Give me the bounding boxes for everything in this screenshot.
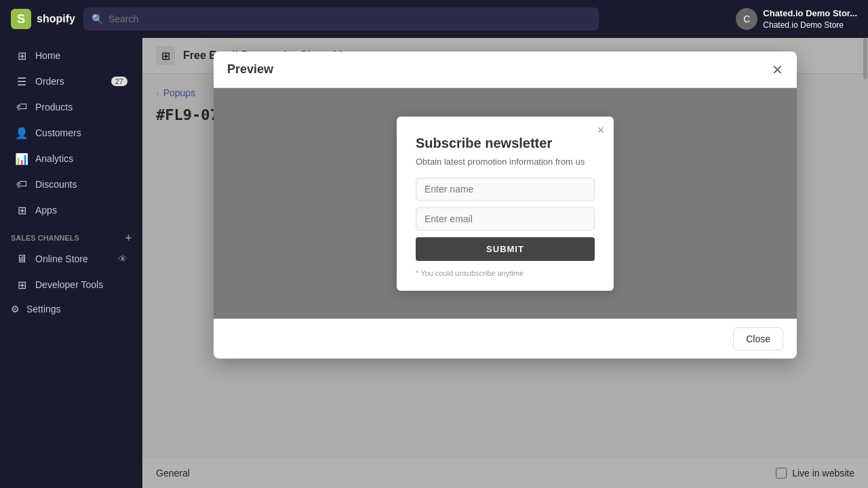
shopify-logo: S shopify [11, 9, 75, 29]
sidebar-item-analytics[interactable]: 📊 Analytics [4, 146, 138, 171]
sidebar-label-apps: Apps [35, 205, 57, 216]
store-sub: Chated.io Demo Store [763, 20, 857, 31]
sidebar-label-products: Products [35, 102, 73, 113]
modal-header: Preview ✕ [214, 74, 797, 88]
orders-icon: ☰ [15, 75, 28, 88]
sidebar-item-products[interactable]: 🏷 Products [4, 95, 138, 119]
sidebar-item-apps[interactable]: ⊞ Apps [4, 198, 138, 222]
orders-badge: 27 [111, 77, 127, 86]
modal-body: × Subscribe newsletter Obtain latest pro… [214, 88, 797, 319]
modal-footer-close-button[interactable]: Close [733, 327, 783, 350]
sidebar-label-discounts: Discounts [35, 179, 77, 190]
main-content: ⊞ Free Email Popups by Chated.io ‹ Popup… [142, 38, 868, 488]
sidebar-label-online-store: Online Store [35, 253, 88, 264]
sidebar-label-customers: Customers [35, 127, 81, 138]
popup-email-input[interactable] [416, 207, 595, 230]
home-icon: ⊞ [15, 49, 28, 62]
settings-icon: ⚙ [11, 304, 20, 314]
preview-area: × Subscribe newsletter Obtain latest pro… [214, 88, 797, 319]
preview-modal: Preview ✕ × Subscribe newsletter Obtain … [214, 74, 797, 359]
discounts-icon: 🏷 [15, 178, 28, 191]
shopify-wordmark: shopify [37, 13, 75, 25]
sidebar-label-orders: Orders [35, 76, 64, 87]
developer-tools-icon: ⊞ [15, 278, 28, 291]
popup-card: × Subscribe newsletter Obtain latest pro… [397, 117, 614, 291]
popup-unsubscribe-text: * You could unsubscribe anytime [416, 269, 595, 277]
sidebar-item-discounts[interactable]: 🏷 Discounts [4, 172, 138, 197]
sales-channels-header: SALES CHANNELS + [0, 224, 142, 247]
customers-icon: 👤 [15, 126, 28, 140]
modal-title: Preview [227, 74, 273, 77]
analytics-icon: 📊 [15, 152, 28, 165]
sidebar-label-settings: Settings [26, 304, 61, 314]
popup-close-button[interactable]: × [597, 123, 604, 138]
store-name: Chated.io Demo Stor... [763, 7, 857, 20]
popup-subtitle: Obtain latest promotion information from… [416, 157, 595, 167]
popup-name-input[interactable] [416, 178, 595, 201]
sidebar-item-home[interactable]: ⊞ Home [4, 43, 138, 68]
sidebar: ⊞ Home ☰ Orders 27 🏷 Products 👤 Customer… [0, 38, 142, 488]
sidebar-item-settings[interactable]: ⚙ Settings [0, 298, 142, 320]
user-info: Chated.io Demo Stor... Chated.io Demo St… [763, 7, 857, 31]
modal-footer: Close [214, 319, 797, 359]
online-store-eye-icon: 👁 [118, 253, 127, 264]
avatar: C [736, 8, 757, 30]
sales-channels-label: SALES CHANNELS [11, 234, 79, 242]
sidebar-item-online-store[interactable]: 🖥 Online Store 👁 [4, 247, 138, 271]
products-icon: 🏷 [15, 100, 28, 114]
modal-close-button[interactable]: ✕ [772, 74, 783, 77]
sidebar-label-home: Home [35, 50, 60, 61]
sidebar-item-orders[interactable]: ☰ Orders 27 [4, 69, 138, 94]
sidebar-label-analytics: Analytics [35, 153, 73, 164]
user-section: C Chated.io Demo Stor... Chated.io Demo … [736, 7, 857, 31]
page-content: ‹ Popups #FL9-07/294/0 - 00500+50+ Previ… [142, 74, 868, 458]
sidebar-item-customers[interactable]: 👤 Customers [4, 121, 138, 145]
search-input[interactable] [108, 14, 591, 24]
sidebar-item-developer-tools[interactable]: ⊞ Developer Tools [4, 272, 138, 297]
modal-overlay: Preview ✕ × Subscribe newsletter Obtain … [142, 74, 868, 458]
sidebar-label-developer-tools: Developer Tools [35, 279, 103, 290]
search-icon: 🔍 [92, 14, 103, 24]
add-sales-channel-button[interactable]: + [125, 232, 132, 244]
popup-submit-button[interactable]: SUBMIT [416, 237, 595, 261]
top-navigation: S shopify 🔍 C Chated.io Demo Stor... Cha… [0, 0, 868, 38]
online-store-icon: 🖥 [15, 252, 28, 266]
search-bar[interactable]: 🔍 [83, 7, 599, 30]
apps-icon: ⊞ [15, 203, 28, 217]
popup-title: Subscribe newsletter [416, 136, 595, 151]
shopify-logo-icon: S [11, 9, 31, 29]
